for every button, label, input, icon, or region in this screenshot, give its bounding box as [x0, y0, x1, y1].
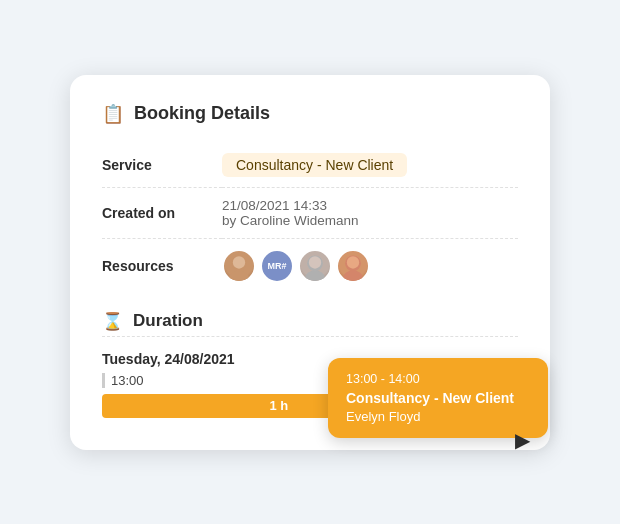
booking-title: Booking Details — [134, 103, 270, 124]
duration-section: ⌛ Duration Tuesday, 24/08/2021 13:00 1 h… — [102, 311, 518, 418]
svg-point-4 — [305, 270, 324, 283]
tooltip-person: Evelyn Floyd — [346, 409, 530, 424]
service-label: Service — [102, 143, 222, 188]
resources-row: Resources MR# — [102, 238, 518, 293]
timeline-bar-label: 1 h — [269, 398, 288, 413]
avatar-1-svg — [224, 249, 254, 283]
service-value: Consultancy - New Client — [222, 143, 518, 188]
svg-point-2 — [233, 256, 245, 268]
duration-title: Duration — [133, 311, 203, 331]
tooltip: 13:00 - 14:00 Consultancy - New Client E… — [328, 358, 548, 438]
created-value: 21/08/2021 14:33 by Caroline Widemann — [222, 187, 518, 238]
created-label: Created on — [102, 187, 222, 238]
timeline-bar-container: 1 h 13:00 - 14:00 Consultancy - New Clie… — [102, 394, 518, 418]
hourglass-icon: ⌛ — [102, 311, 123, 332]
booking-header: 📋 Booking Details — [102, 103, 518, 125]
duration-header: ⌛ Duration — [102, 311, 518, 337]
created-date: 21/08/2021 14:33 — [222, 198, 518, 213]
avatars-container: MR# — [222, 249, 518, 283]
avatar-3-svg — [300, 249, 330, 283]
svg-point-7 — [343, 270, 362, 283]
tooltip-service: Consultancy - New Client — [346, 390, 530, 406]
svg-point-5 — [309, 256, 321, 268]
resources-label: Resources — [102, 238, 222, 293]
avatar-4 — [336, 249, 370, 283]
service-row: Service Consultancy - New Client — [102, 143, 518, 188]
service-badge: Consultancy - New Client — [222, 153, 407, 177]
svg-point-8 — [347, 256, 359, 268]
calendar-icon: 📋 — [102, 103, 124, 125]
tooltip-time: 13:00 - 14:00 — [346, 372, 530, 386]
booking-details-table: Service Consultancy - New Client Created… — [102, 143, 518, 293]
created-row: Created on 21/08/2021 14:33 by Caroline … — [102, 187, 518, 238]
resources-value: MR# — [222, 238, 518, 293]
avatar-3 — [298, 249, 332, 283]
created-by: by Caroline Widemann — [222, 213, 518, 228]
cursor-icon: ▶ — [515, 428, 530, 452]
avatar-4-svg — [338, 249, 368, 283]
avatar-1 — [222, 249, 256, 283]
svg-point-1 — [229, 270, 248, 283]
avatar-2-text: MR# — [267, 261, 286, 271]
avatar-2: MR# — [260, 249, 294, 283]
card-wrapper: 📋 Booking Details Service Consultancy - … — [70, 75, 550, 450]
booking-card: 📋 Booking Details Service Consultancy - … — [70, 75, 550, 450]
